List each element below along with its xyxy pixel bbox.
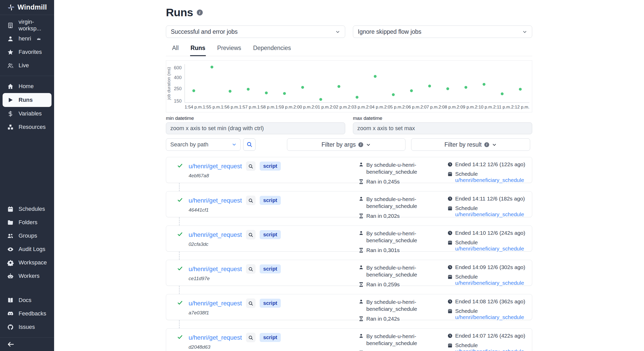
search-by-path-select[interactable]: Search by path (166, 138, 241, 151)
script-badge: script (260, 230, 281, 239)
run-duration: Ran in 0,259s (366, 281, 400, 288)
sidebar-item-issues[interactable]: Issues (0, 320, 54, 334)
sidebar-item-live[interactable]: Live (0, 59, 54, 72)
clock-icon (447, 333, 453, 340)
sidebar-item-workers[interactable]: Workers (0, 269, 54, 283)
sidebar-item-audit-logs[interactable]: Audit Logs (0, 243, 54, 256)
tab-runs[interactable]: Runs (190, 43, 206, 56)
sidebar-item-folders[interactable]: Folders (0, 216, 54, 229)
sidebar-item-feedbacks[interactable]: Feedbacks (0, 307, 54, 320)
chevron-down-icon (335, 29, 340, 34)
sidebar-item-variables-label: Variables (19, 110, 42, 117)
sidebar-item-groups[interactable]: Groups (0, 229, 54, 243)
script-badge: script (260, 299, 281, 308)
skipped-flow-select[interactable]: Ignore skipped flow jobs (353, 26, 532, 38)
sidebar-item-schedules[interactable]: Schedules (0, 202, 54, 216)
sidebar-item-docs[interactable]: Docs (0, 294, 54, 307)
run-triggered-by: By schedule-u-henri-beneficiary_schedule (366, 196, 423, 210)
min-datetime-label: min datetime (166, 115, 345, 121)
info-icon[interactable]: i (197, 10, 203, 15)
run-path-link[interactable]: u/henri/get_request (189, 197, 242, 204)
info-icon: i (358, 142, 363, 147)
svg-text:250: 250 (174, 86, 182, 91)
schedule-path-link[interactable]: u/henri/beneficiary_schedule (455, 211, 524, 217)
user-icon (359, 333, 364, 340)
script-badge: script (260, 264, 281, 273)
run-path-link[interactable]: u/henri/get_request (189, 163, 242, 170)
calendar-icon (447, 240, 453, 246)
run-timeline-connector (179, 252, 180, 260)
min-datetime-input[interactable] (166, 122, 345, 134)
script-badge: script (260, 196, 281, 205)
run-timeline-connector (179, 217, 180, 225)
run-card[interactable]: u/henri/get_request script 4ebf67a8 By s… (166, 157, 532, 183)
tab-previews[interactable]: Previews (217, 43, 242, 56)
windmill-logo-icon (7, 4, 15, 11)
building-icon (7, 22, 14, 29)
run-duration: Ran in 0,242s (366, 316, 400, 322)
workspace-switcher[interactable]: virgin-worksp... (0, 19, 54, 32)
run-path-link[interactable]: u/henri/get_request (189, 231, 242, 238)
run-triggered-by: By schedule-u-henri-beneficiary_schedule (366, 264, 423, 278)
app-logo[interactable]: Windmill (0, 0, 54, 15)
sidebar-item-variables[interactable]: Variables (0, 107, 54, 120)
run-card[interactable]: u/henri/get_request script ce11d97e By s… (166, 260, 532, 286)
hourglass-icon (359, 282, 364, 288)
svg-text:1:55 p.m.: 1:55 p.m. (203, 105, 221, 110)
inspect-run-button[interactable] (246, 333, 256, 342)
schedule-path-link[interactable]: u/henri/beneficiary_schedule (455, 280, 524, 286)
run-card[interactable]: u/henri/get_request script d2048d63 By s… (166, 328, 532, 351)
inspect-run-button[interactable] (246, 196, 256, 205)
success-check-icon (177, 300, 183, 307)
inspect-run-button[interactable] (246, 161, 256, 171)
user-menu[interactable]: henri (0, 32, 54, 45)
sidebar-item-runs[interactable]: Runs (3, 93, 52, 107)
run-timeline-connector (179, 320, 180, 328)
run-card[interactable]: u/henri/get_request script a7e038f1 By s… (166, 294, 532, 320)
svg-text:2:11 p.m.: 2:11 p.m. (493, 105, 511, 110)
run-timeline-connector (179, 286, 180, 294)
run-triggered-by: By schedule-u-henri-beneficiary_schedule (366, 161, 423, 176)
search-button[interactable] (243, 138, 256, 151)
calendar-icon (447, 206, 453, 212)
clock-icon (447, 265, 453, 271)
run-path-link[interactable]: u/henri/get_request (189, 334, 242, 341)
robot-icon (7, 273, 14, 279)
sidebar-item-home[interactable]: Home (0, 80, 54, 93)
filter-by-result-label: Filter by result (444, 141, 481, 148)
main-content: Runs i Successful and error jobs Ignore … (54, 0, 644, 351)
run-ended-time: Ended 14:11 12/6 (182s ago) (455, 196, 525, 202)
max-datetime-input[interactable] (353, 122, 532, 134)
tab-all[interactable]: All (172, 43, 179, 56)
job-status-select-value: Successful and error jobs (171, 28, 238, 35)
sidebar-item-favorites[interactable]: Favorites (0, 45, 54, 59)
run-path-link[interactable]: u/henri/get_request (189, 300, 242, 307)
inspect-run-button[interactable] (246, 264, 256, 274)
dollar-icon (7, 110, 14, 117)
run-triggered-by: By schedule-u-henri-beneficiary_schedule (366, 333, 423, 347)
sidebar-item-resources[interactable]: Resources (0, 120, 54, 134)
filter-by-args-button[interactable]: Filter by args i (287, 138, 405, 151)
run-path-link[interactable]: u/henri/get_request (189, 265, 242, 273)
run-card[interactable]: u/henri/get_request script 02cfa3dc By s… (166, 225, 532, 252)
svg-text:1:57 p.m.: 1:57 p.m. (239, 105, 257, 110)
schedule-path-link[interactable]: u/henri/beneficiary_schedule (455, 348, 524, 351)
folder-icon (7, 219, 14, 226)
success-check-icon (177, 265, 183, 272)
tab-dependencies[interactable]: Dependencies (252, 43, 291, 56)
run-id: 4ebf67a8 (189, 173, 281, 179)
clock-icon (447, 196, 453, 203)
schedule-path-link[interactable]: u/henri/beneficiary_schedule (455, 246, 524, 252)
run-card[interactable]: u/henri/get_request script 46441cf1 By s… (166, 191, 532, 217)
job-status-select[interactable]: Successful and error jobs (166, 26, 345, 38)
collapse-sidebar-arrow-icon[interactable] (7, 340, 15, 348)
job-duration-chart[interactable]: 150250400600job duration (ms)1:54 p.m.1:… (166, 60, 532, 112)
script-badge: script (260, 162, 281, 171)
inspect-run-button[interactable] (246, 230, 256, 239)
inspect-run-button[interactable] (246, 298, 256, 308)
sidebar-item-workspace[interactable]: Workspace (0, 256, 54, 269)
filter-by-result-button[interactable]: Filter by result i (411, 138, 530, 151)
schedule-path-link[interactable]: u/henri/beneficiary_schedule (455, 314, 524, 320)
schedule-path-link[interactable]: u/henri/beneficiary_schedule (455, 177, 524, 183)
search-by-path-value: Search by path (170, 141, 208, 148)
